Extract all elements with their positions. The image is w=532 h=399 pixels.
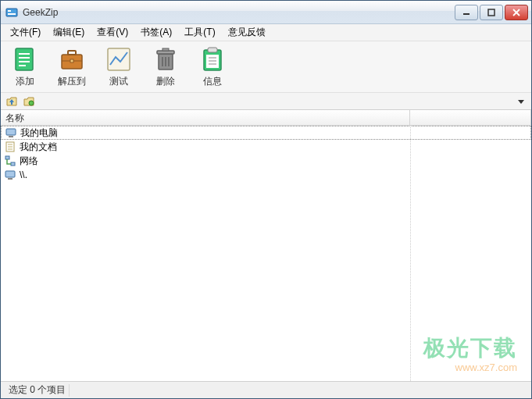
- menu-feedback[interactable]: 意见反馈: [222, 24, 272, 41]
- toolbar-info-button[interactable]: 信息: [193, 43, 232, 91]
- svg-rect-37: [5, 156, 9, 159]
- svg-rect-15: [70, 59, 73, 62]
- toolbar-extract-label: 解压到: [58, 75, 86, 88]
- watermark-url: www.xz7.com: [423, 362, 517, 373]
- menu-file[interactable]: 文件(F): [4, 24, 47, 41]
- network-icon: [4, 155, 16, 167]
- list-item[interactable]: 我的电脑: [1, 126, 531, 140]
- minimize-button[interactable]: [455, 5, 478, 20]
- svg-rect-24: [208, 48, 217, 52]
- watermark: 极光下载 www.xz7.com: [423, 333, 517, 373]
- svg-point-29: [29, 101, 34, 105]
- list-item-label: 我的电脑: [20, 126, 58, 140]
- toolbar-delete-label: 删除: [156, 75, 175, 88]
- list-item[interactable]: 我的文档: [1, 140, 531, 154]
- menu-edit[interactable]: 编辑(E): [47, 24, 91, 41]
- window-title: GeekZip: [23, 7, 455, 18]
- briefcase-icon: [58, 45, 86, 73]
- toolbar-delete-button[interactable]: 删除: [146, 43, 185, 91]
- svg-rect-32: [9, 136, 13, 137]
- menu-view[interactable]: 查看(V): [91, 24, 134, 41]
- toolbar-test-button[interactable]: 测试: [99, 43, 138, 91]
- toolbar: 添加 解压到 测试 删除 信息: [1, 41, 531, 93]
- toolbar-add-label: 添加: [16, 75, 34, 88]
- computer-icon: [5, 126, 17, 139]
- computer-icon: [4, 169, 16, 181]
- titlebar: GeekZip: [1, 1, 531, 24]
- status-selection: 选定 0 个项目: [5, 384, 70, 397]
- svg-rect-39: [5, 171, 15, 177]
- svg-rect-40: [8, 178, 12, 180]
- svg-rect-4: [488, 9, 495, 16]
- clipboard-icon: [198, 45, 227, 73]
- toolbar-add-button[interactable]: 添加: [5, 43, 45, 91]
- window-controls: [455, 5, 528, 20]
- svg-rect-19: [162, 48, 169, 51]
- list-body[interactable]: 我的电脑 我的文档 网络 \\. 极光下载 www.xz7.com: [1, 126, 531, 381]
- column-name[interactable]: 名称: [1, 110, 410, 125]
- svg-rect-13: [68, 51, 76, 55]
- svg-rect-18: [157, 51, 174, 54]
- svg-rect-1: [8, 10, 11, 12]
- watermark-text: 极光下载: [423, 333, 517, 363]
- svg-rect-31: [6, 129, 16, 135]
- menu-tools[interactable]: 工具(T): [178, 24, 221, 41]
- app-icon: [5, 6, 18, 19]
- document-icon: [4, 141, 16, 153]
- list-item-label: 我的文档: [20, 141, 57, 154]
- list-item[interactable]: \\.: [1, 168, 531, 182]
- menu-bookmarks[interactable]: 书签(A): [134, 24, 178, 41]
- svg-rect-7: [16, 48, 33, 70]
- add-file-icon: [11, 45, 39, 73]
- close-button[interactable]: [505, 5, 528, 20]
- menubar: 文件(F) 编辑(E) 查看(V) 书签(A) 工具(T) 意见反馈: [1, 24, 531, 41]
- toolbar-test-label: 测试: [109, 75, 128, 88]
- svg-rect-38: [11, 162, 15, 166]
- navbar: [1, 93, 531, 110]
- app-window: GeekZip 文件(F) 编辑(E) 查看(V) 书签(A) 工具(T) 意见…: [0, 0, 532, 399]
- list-item-label: 网络: [20, 155, 38, 168]
- chart-icon: [105, 45, 133, 73]
- navbar-dropdown-icon[interactable]: [516, 96, 527, 107]
- toolbar-info-label: 信息: [203, 75, 222, 88]
- statusbar: 选定 0 个项目: [1, 381, 531, 398]
- list-header: 名称: [1, 110, 531, 126]
- svg-rect-0: [6, 9, 17, 16]
- file-list: 名称 我的电脑 我的文档 网络 \\. 极光下载 ww: [1, 110, 531, 381]
- folder-nav-icon[interactable]: [23, 95, 35, 108]
- svg-rect-2: [8, 13, 16, 15]
- toolbar-extract-button[interactable]: 解压到: [52, 43, 91, 91]
- maximize-button[interactable]: [480, 5, 503, 20]
- column-spare[interactable]: [410, 110, 531, 125]
- svg-marker-30: [518, 100, 524, 104]
- list-item[interactable]: 网络: [1, 154, 531, 168]
- trash-icon: [152, 45, 180, 73]
- up-folder-icon[interactable]: [5, 95, 18, 108]
- list-item-label: \\.: [20, 169, 27, 180]
